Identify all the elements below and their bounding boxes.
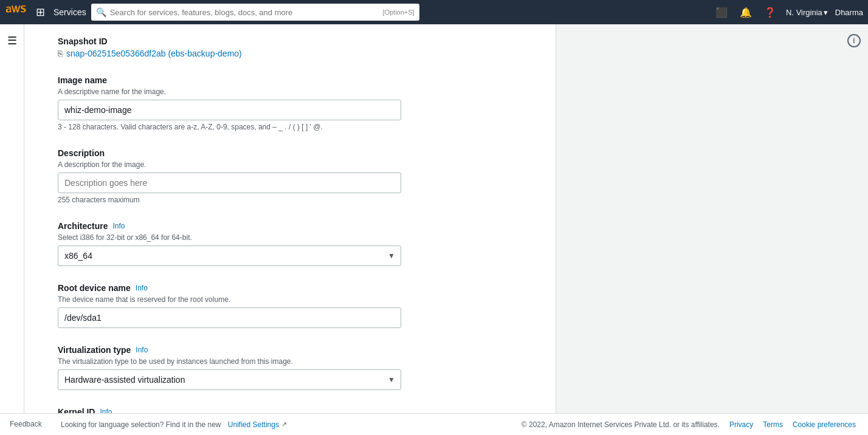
nav-region[interactable]: N. Virginia ▾ [786, 8, 828, 17]
architecture-label-text: Architecture [58, 221, 108, 231]
help-icon[interactable]: ❓ [762, 4, 779, 21]
virtualization-type-label-text: Virtualization type [58, 345, 131, 355]
copy-icon[interactable]: ⎘ [58, 49, 63, 58]
sidebar: ☰ [0, 24, 24, 435]
image-name-section: Image name A descriptive name for the im… [58, 75, 531, 131]
architecture-select-wrapper: x86_64 i386 ▼ [58, 245, 401, 266]
aws-logo[interactable] [5, 5, 27, 19]
nav-services-label[interactable]: Services [53, 7, 86, 17]
root-device-name-info-link[interactable]: Info [136, 284, 148, 292]
right-panel-info-icon[interactable]: i [847, 34, 861, 47]
top-nav: ⊞ Services 🔍 [Option+S] ⬛ 🔔 ❓ N. Virgini… [0, 0, 868, 24]
image-name-input[interactable] [58, 100, 401, 120]
nav-search-box: 🔍 [Option+S] [91, 4, 419, 21]
virtualization-type-info-link[interactable]: Info [136, 346, 148, 354]
bottom-bar: Feedback Looking for language selection?… [0, 413, 868, 435]
description-sublabel: A description for the image. [58, 160, 531, 169]
snapshot-id-section: Snapshot ID ⎘ snap-062515e05366df2ab (eb… [58, 36, 531, 58]
bottom-notice-text: Looking for language selection? Find it … [61, 420, 221, 429]
description-section: Description A description for the image.… [58, 148, 531, 204]
root-device-name-input[interactable] [58, 307, 401, 328]
cloud-shell-icon[interactable]: ⬛ [713, 4, 730, 21]
external-link-icon: ↗ [281, 420, 287, 428]
sidebar-menu-icon[interactable]: ☰ [4, 30, 21, 51]
architecture-info-link[interactable]: Info [112, 222, 125, 230]
snapshot-id-label: Snapshot ID [58, 36, 531, 46]
cookie-link[interactable]: Cookie preferences [793, 420, 856, 429]
image-name-label: Image name [58, 75, 531, 85]
root-device-name-label: Root device name Info [58, 283, 531, 293]
virtualization-type-select[interactable]: Hardware-assisted virtualization Paravir… [58, 369, 401, 390]
grid-icon[interactable]: ⊞ [32, 4, 49, 21]
root-device-name-section: Root device name Info The device name th… [58, 283, 531, 328]
feedback-button[interactable]: Feedback [0, 413, 52, 435]
architecture-sublabel: Select i386 for 32-bit or x86_64 for 64-… [58, 233, 531, 242]
snapshot-id-row: ⎘ snap-062515e05366df2ab (ebs-backup-dem… [58, 49, 531, 58]
description-input[interactable] [58, 173, 401, 193]
image-name-sublabel: A descriptive name for the image. [58, 87, 531, 96]
right-panel: i [556, 24, 868, 435]
unified-settings-link[interactable]: Unified Settings [228, 420, 279, 429]
bottom-bar-right: © 2022, Amazon Internet Services Private… [522, 420, 856, 429]
search-shortcut: [Option+S] [382, 9, 414, 16]
terms-link[interactable]: Terms [763, 420, 783, 429]
copyright-text: © 2022, Amazon Internet Services Private… [522, 420, 720, 429]
virtualization-type-select-wrapper: Hardware-assisted virtualization Paravir… [58, 369, 401, 390]
main-layout: Snapshot ID ⎘ snap-062515e05366df2ab (eb… [24, 24, 868, 435]
content-panel: Snapshot ID ⎘ snap-062515e05366df2ab (eb… [24, 24, 556, 435]
snapshot-id-link[interactable]: snap-062515e05366df2ab (ebs-backup-demo) [66, 49, 242, 58]
search-input[interactable] [110, 8, 379, 17]
root-device-name-sublabel: The device name that is reserved for the… [58, 295, 531, 304]
architecture-select[interactable]: x86_64 i386 [58, 245, 401, 266]
privacy-link[interactable]: Privacy [729, 420, 753, 429]
virtualization-type-label: Virtualization type Info [58, 345, 531, 355]
search-icon: 🔍 [96, 7, 106, 17]
virtualization-type-section: Virtualization type Info The virtualizat… [58, 345, 531, 390]
root-device-name-label-text: Root device name [58, 283, 131, 293]
nav-user[interactable]: Dharma [835, 8, 863, 17]
virtualization-type-sublabel: The virtualization type to be used by in… [58, 357, 531, 366]
architecture-section: Architecture Info Select i386 for 32-bit… [58, 221, 531, 266]
bell-icon[interactable]: 🔔 [737, 4, 754, 21]
image-name-hint: 3 - 128 characters. Valid characters are… [58, 123, 531, 131]
region-chevron: ▾ [824, 8, 828, 17]
description-label: Description [58, 148, 531, 158]
nav-right: ⬛ 🔔 ❓ N. Virginia ▾ Dharma [713, 4, 863, 21]
region-label: N. Virginia [786, 8, 822, 17]
description-hint: 255 characters maximum [58, 196, 531, 204]
architecture-label: Architecture Info [58, 221, 531, 231]
